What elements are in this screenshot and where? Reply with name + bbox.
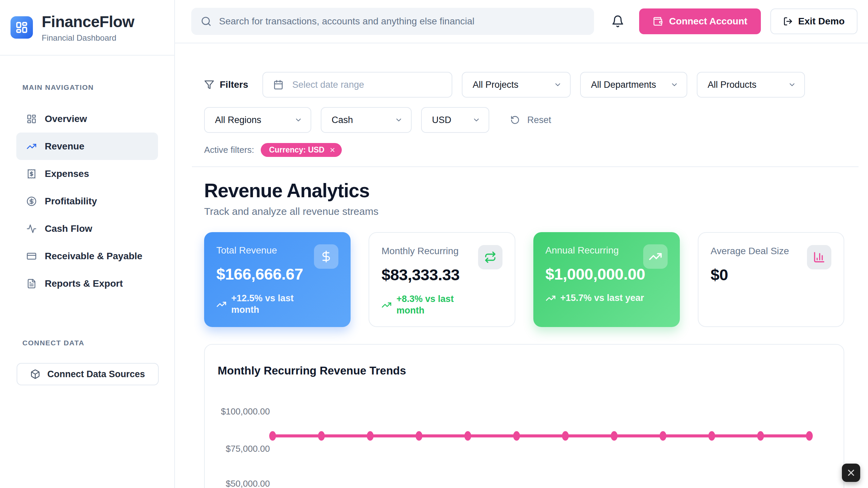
funnel-filter-icon	[204, 80, 214, 90]
card-change: +8.3% vs last month	[381, 293, 502, 317]
wallet-icon	[653, 16, 663, 26]
sidebar-item-label: Expenses	[45, 168, 89, 179]
receipt-icon	[26, 169, 37, 179]
credit-card-icon	[26, 251, 37, 261]
sidebar-item-label: Revenue	[45, 141, 84, 152]
chevron-down-icon	[472, 116, 480, 124]
chip-close-icon[interactable]	[329, 147, 336, 153]
mrr-line-chart	[205, 345, 846, 488]
connect-account-button[interactable]: Connect Account	[639, 8, 761, 34]
dollar-circle-icon	[26, 196, 37, 206]
app-tagline: Financial Dashboard	[42, 33, 134, 43]
metric-cards: Total Revenue $166,666.67 +12.5% vs last…	[204, 232, 844, 327]
chevron-down-icon	[554, 81, 562, 89]
trending-up-icon	[643, 244, 668, 269]
card-monthly-recurring: Monthly Recurring $83,333.33 +8.3% vs la…	[369, 232, 515, 327]
sidebar-item-label: Receivable & Payable	[45, 251, 142, 262]
dollar-icon	[314, 244, 338, 269]
sidebar-item-profitability[interactable]: Profitability	[16, 187, 158, 215]
file-text-icon	[26, 279, 37, 289]
connect-account-label: Connect Account	[669, 16, 747, 27]
active-filters-row: Active filters: Currency: USD	[204, 143, 844, 157]
repeat-icon	[478, 245, 502, 269]
card-total-revenue: Total Revenue $166,666.67 +12.5% vs last…	[204, 232, 351, 327]
exit-demo-button[interactable]: Exit Demo	[770, 8, 857, 34]
overlay-close-button[interactable]	[842, 464, 860, 482]
sidebar-item-label: Overview	[45, 114, 87, 124]
dashboard-grid-icon	[26, 114, 37, 124]
search-icon	[201, 16, 212, 27]
projects-select[interactable]: All Projects	[462, 72, 571, 98]
card-change: +15.7% vs last year	[546, 293, 668, 303]
card-annual-recurring: Annual Recurring $1,000,000.00 +15.7% vs…	[533, 232, 680, 327]
topbar: Connect Account Exit Demo	[175, 0, 868, 43]
section-divider	[192, 166, 859, 167]
sidebar-item-cash-flow[interactable]: Cash Flow	[16, 215, 158, 242]
sidebar-item-expenses[interactable]: Expenses	[16, 160, 158, 187]
global-search[interactable]	[191, 8, 594, 35]
card-average-deal-size: Average Deal Size $0	[698, 232, 844, 327]
reset-filters-button[interactable]: Reset	[510, 115, 551, 125]
trending-up-icon	[546, 293, 556, 303]
products-select[interactable]: All Products	[697, 72, 805, 98]
sidebar-item-reports-export[interactable]: Reports & Export	[16, 270, 158, 297]
filters-row-2: All Regions Cash USD Reset	[204, 107, 844, 133]
payment-method-select[interactable]: Cash	[321, 107, 412, 133]
notifications-bell-icon[interactable]	[611, 15, 624, 28]
card-change: +12.5% vs last month	[216, 293, 338, 316]
connect-data-heading: CONNECT DATA	[22, 339, 84, 347]
sidebar-item-label: Reports & Export	[45, 278, 123, 289]
chevron-down-icon	[294, 116, 302, 124]
trending-up-icon	[26, 141, 37, 151]
rotate-ccw-icon	[510, 115, 520, 125]
search-input[interactable]	[219, 16, 585, 27]
sidebar-item-revenue[interactable]: Revenue	[16, 133, 158, 160]
date-range-input[interactable]: Select date range	[262, 72, 452, 98]
trending-up-icon	[216, 299, 226, 309]
currency-select[interactable]: USD	[421, 107, 489, 133]
package-cube-icon	[30, 369, 40, 379]
main-navigation: Overview Revenue Expenses Profitability …	[16, 105, 158, 297]
activity-pulse-icon	[26, 224, 37, 234]
logout-icon	[783, 17, 793, 26]
active-filter-chip-currency[interactable]: Currency: USD	[261, 143, 342, 157]
trending-up-icon	[381, 300, 392, 310]
date-range-placeholder: Select date range	[292, 80, 364, 90]
sidebar-item-receivable-payable[interactable]: Receivable & Payable	[16, 242, 158, 270]
sidebar: FinanceFlow Financial Dashboard MAIN NAV…	[0, 0, 175, 488]
nav-section-heading: MAIN NAVIGATION	[22, 83, 174, 92]
page-subtitle: Track and analyze all revenue streams	[204, 206, 844, 217]
chevron-down-icon	[788, 81, 796, 89]
exit-demo-label: Exit Demo	[798, 16, 845, 27]
sidebar-item-overview[interactable]: Overview	[16, 105, 158, 133]
connect-data-sources-label: Connect Data Sources	[47, 369, 145, 380]
mrr-trends-chart-card: Monthly Recurring Revenue Trends $100,00…	[204, 344, 844, 488]
chevron-down-icon	[395, 116, 403, 124]
app-logo-icon	[11, 16, 33, 39]
page-title: Revenue Analytics	[204, 179, 844, 202]
filters-row-1: Filters Select date range All Projects A…	[204, 72, 844, 98]
app-title: FinanceFlow	[42, 13, 134, 31]
departments-select[interactable]: All Departments	[580, 72, 687, 98]
filters-label: Filters	[204, 79, 248, 90]
sidebar-item-label: Profitability	[45, 196, 97, 207]
active-filters-label: Active filters:	[204, 145, 254, 155]
calendar-icon	[273, 80, 283, 90]
reset-label: Reset	[527, 115, 551, 125]
regions-select[interactable]: All Regions	[204, 107, 311, 133]
brand: FinanceFlow Financial Dashboard	[0, 0, 174, 56]
main-content: Filters Select date range All Projects A…	[176, 43, 868, 488]
sidebar-item-label: Cash Flow	[45, 223, 92, 234]
chevron-down-icon	[670, 81, 678, 89]
connect-data-sources-button[interactable]: Connect Data Sources	[17, 363, 159, 385]
close-icon	[846, 468, 856, 478]
bar-chart-icon	[807, 245, 831, 269]
